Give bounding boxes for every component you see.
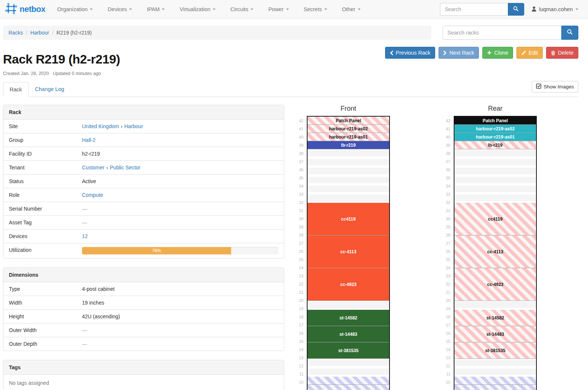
- row-value-devices: 12: [76, 230, 284, 243]
- value-text: 19 inches: [82, 300, 104, 306]
- unit-number: 42: [439, 117, 450, 125]
- link-united-kingdom[interactable]: United Kingdom: [82, 123, 119, 129]
- link-harbour[interactable]: Harbour: [124, 123, 143, 129]
- unit-number: 32: [292, 198, 303, 207]
- row-label-site: Site: [3, 120, 76, 133]
- netbox-brand[interactable]: netbox: [5, 3, 45, 16]
- next-rack-button[interactable]: Next Rack: [438, 47, 479, 59]
- nav-menu-ipam[interactable]: IPAM: [139, 0, 172, 19]
- plus-icon: [487, 51, 492, 55]
- device-cc4119[interactable]: cc4119: [308, 203, 389, 235]
- device-cc-4113[interactable]: cc-4113: [454, 235, 536, 268]
- row-label-width: Width: [3, 296, 76, 309]
- search-icon: [513, 6, 519, 13]
- delete-button[interactable]: Delete: [546, 47, 578, 59]
- unit-number: 26: [439, 247, 450, 256]
- empty-unit: [308, 195, 389, 203]
- value-text: h2-r219: [82, 151, 100, 157]
- unit-number: 18: [292, 313, 303, 321]
- nav-menu-organization[interactable]: Organization: [50, 0, 100, 19]
- table-row: StatusActive: [3, 174, 284, 188]
- pencil-icon: [521, 51, 526, 55]
- breadcrumb-item-racks[interactable]: Racks: [9, 30, 23, 36]
- link-public-sector[interactable]: Public Sector: [110, 165, 140, 170]
- unit-number: 36: [439, 166, 450, 174]
- device-st-14582[interactable]: st-14582: [454, 310, 536, 326]
- unit-number: 29: [292, 223, 303, 231]
- chevron-down-icon: [358, 9, 361, 10]
- clone-button[interactable]: Clone: [482, 47, 513, 59]
- device-patch-panel[interactable]: Patch Panel: [308, 117, 389, 125]
- unit-number: 39: [439, 141, 450, 149]
- table-row: Facility IDh2-r219: [3, 147, 284, 160]
- nav-menu-power[interactable]: Power: [261, 0, 296, 19]
- empty-value: —: [82, 220, 87, 225]
- value-text: Active: [82, 178, 96, 184]
- global-search-input[interactable]: [440, 3, 508, 16]
- link-customer[interactable]: Customer: [82, 165, 105, 170]
- front-elevation: Front 4241403938373635343332313029282726…: [292, 105, 390, 390]
- show-images-button[interactable]: Show Images: [532, 81, 578, 92]
- device-lb-r219[interactable]: lb-r219: [308, 141, 389, 149]
- reserved-unit: [308, 377, 389, 385]
- unit-number: 21: [439, 288, 450, 296]
- nav-menu-circuits[interactable]: Circuits: [223, 0, 261, 19]
- unit-number: 23: [292, 272, 303, 280]
- nav-menu-other[interactable]: Other: [335, 0, 368, 19]
- reserved-unit: [454, 385, 536, 390]
- device-cc-4923[interactable]: cc-4923: [454, 268, 536, 301]
- device-harbour-r219-as02[interactable]: harbour-r219-as02: [308, 125, 389, 133]
- empty-unit: [454, 150, 536, 158]
- previous-rack-button[interactable]: Previous Rack: [385, 47, 435, 59]
- chevron-left-icon: [390, 51, 393, 55]
- rack-search-input[interactable]: [443, 26, 561, 40]
- unit-number: 35: [439, 174, 450, 182]
- chevron-right-separator: ›: [119, 124, 124, 129]
- link-hall-2[interactable]: Hall-2: [82, 137, 96, 143]
- tab-rack[interactable]: Rack: [3, 82, 29, 97]
- table-row: Outer Depth—: [3, 337, 284, 351]
- table-row: Serial Number—: [3, 202, 284, 215]
- device-st-381535[interactable]: st-381535: [308, 342, 389, 359]
- unit-number: 41: [439, 125, 450, 133]
- row-label-height: Height: [3, 310, 76, 323]
- row-value-outer-width: —: [76, 324, 284, 337]
- nav-menu-virtualization[interactable]: Virtualization: [172, 0, 223, 19]
- edit-button[interactable]: Edit: [516, 47, 543, 59]
- nav-menu-secrets[interactable]: Secrets: [296, 0, 335, 19]
- rack-panel-title: Rack: [3, 105, 284, 120]
- breadcrumb-item-harbour[interactable]: Harbour: [30, 30, 49, 36]
- unit-number: 38: [292, 149, 303, 157]
- device-st-381535[interactable]: st-381535: [454, 342, 536, 359]
- unit-number: 18: [439, 313, 450, 321]
- device-harbour-r219-as01[interactable]: harbour-r219-as01: [454, 133, 536, 141]
- device-st-14582[interactable]: st-14582: [308, 310, 389, 326]
- row-label-facility-id: Facility ID: [3, 147, 76, 160]
- user-menu[interactable]: luqman.cohen: [532, 6, 578, 13]
- link-compute[interactable]: Compute: [82, 192, 103, 198]
- device-harbour-r219-as02[interactable]: harbour-r219-as02: [454, 125, 536, 133]
- unit-number: 38: [439, 149, 450, 157]
- empty-unit: [308, 360, 389, 368]
- user-icon: [532, 6, 536, 13]
- top-navbar: netbox OrganizationDevicesIPAMVirtualiza…: [0, 0, 588, 19]
- device-cc-4923[interactable]: cc-4923: [308, 268, 389, 301]
- device-harbour-r219-as01[interactable]: harbour-r219-as01: [308, 133, 389, 141]
- tab-change-log[interactable]: Change Log: [29, 82, 70, 97]
- device-cc4119[interactable]: cc4119: [454, 203, 536, 235]
- device-st-14483[interactable]: st-14483: [308, 326, 389, 342]
- link-12[interactable]: 12: [82, 233, 88, 239]
- rack-search-button[interactable]: [561, 26, 578, 40]
- unit-number: 31: [439, 207, 450, 215]
- device-patch-panel[interactable]: Patch Panel: [454, 117, 536, 125]
- device-lb-r219[interactable]: lb-r219: [454, 141, 536, 149]
- unit-number: 11: [439, 370, 450, 378]
- global-search-button[interactable]: [508, 3, 524, 16]
- unit-number: 42: [292, 117, 303, 125]
- unit-number: 22: [292, 280, 303, 288]
- device-cc-4113[interactable]: cc-4113: [308, 235, 389, 268]
- table-row: SiteUnited Kingdom›Harbour: [3, 120, 284, 133]
- table-row: Type4-post cabinet: [3, 282, 284, 296]
- nav-menu-devices[interactable]: Devices: [100, 0, 139, 19]
- device-st-14483[interactable]: st-14483: [454, 326, 536, 342]
